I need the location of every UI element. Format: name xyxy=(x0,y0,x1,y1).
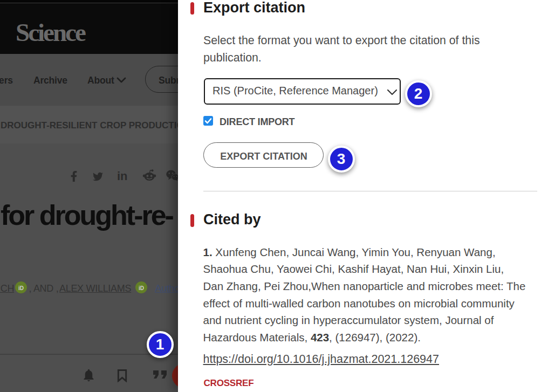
svg-text:iD: iD xyxy=(139,285,144,291)
svg-text:iD: iD xyxy=(18,285,24,291)
